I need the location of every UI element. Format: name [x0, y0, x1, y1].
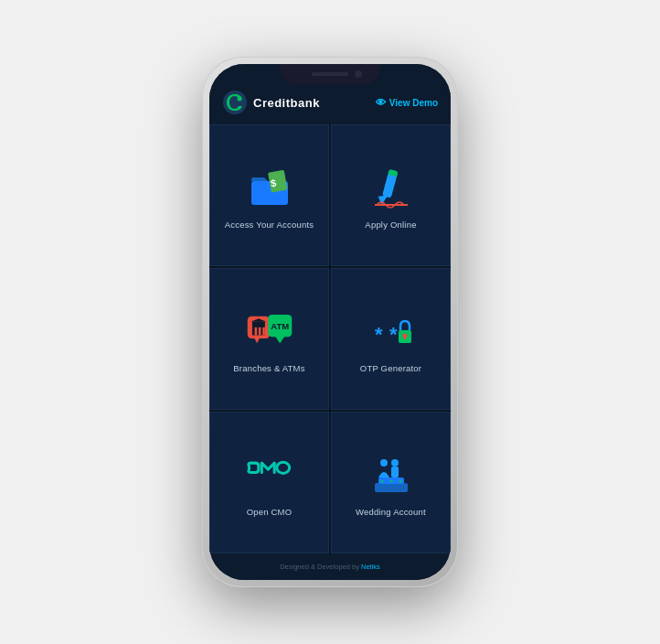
svg-text:ATM: ATM: [271, 321, 289, 331]
tile-branches-atms[interactable]: ATM Branches & ATMs: [209, 268, 329, 410]
notch-speaker: [312, 72, 348, 76]
logo-area: Creditbank: [222, 90, 320, 115]
svg-rect-14: [258, 327, 261, 336]
cmo-icon: [246, 452, 293, 499]
tile-otp-generator[interactable]: * * OTP Generator: [331, 268, 451, 410]
tile-label-accounts: Access Your Accounts: [225, 220, 314, 230]
svg-point-33: [399, 480, 401, 483]
svg-marker-19: [274, 335, 285, 343]
notch-camera: [355, 70, 362, 78]
svg-point-0: [223, 91, 247, 114]
svg-marker-16: [253, 337, 260, 343]
svg-point-28: [380, 459, 388, 467]
wedding-cake-icon: [367, 452, 415, 499]
svg-text:*: *: [375, 323, 383, 346]
atm-branch-icon: ATM: [246, 308, 293, 356]
tile-access-accounts[interactable]: $ Access Your Accounts: [209, 124, 329, 266]
otp-lock-icon: * *: [367, 308, 415, 356]
tile-label-branches: Branches & ATMs: [233, 363, 304, 373]
phone-frame: Creditbank 👁 View Demo $: [202, 57, 458, 587]
svg-rect-24: [404, 336, 406, 339]
footer-text: Designed & Developed by: [280, 563, 361, 571]
menu-grid: $ Access Your Accounts: [209, 124, 451, 553]
app-footer: Designed & Developed by Netiks: [209, 553, 451, 580]
svg-point-31: [380, 480, 383, 483]
svg-point-26: [391, 459, 399, 467]
pen-sign-icon: [367, 165, 415, 212]
logo-icon: [222, 90, 248, 115]
svg-text:*: *: [389, 323, 398, 346]
svg-point-32: [389, 480, 392, 483]
tile-open-cmo[interactable]: Open CMO: [209, 412, 329, 553]
logo-text: Creditbank: [253, 96, 320, 110]
folder-money-icon: $: [246, 165, 293, 212]
footer-link[interactable]: Netiks: [361, 563, 380, 571]
view-demo-label: View Demo: [389, 98, 438, 108]
svg-rect-13: [254, 327, 257, 336]
tile-apply-online[interactable]: Apply Online: [331, 124, 451, 266]
tile-wedding-account[interactable]: Wedding Account: [331, 412, 451, 553]
svg-point-1: [238, 97, 242, 102]
svg-rect-27: [391, 467, 399, 478]
tile-label-cmo: Open CMO: [247, 507, 293, 517]
phone-notch: [280, 64, 380, 84]
tile-label-wedding: Wedding Account: [356, 507, 426, 517]
svg-rect-11: [251, 322, 264, 325]
tile-label-apply: Apply Online: [365, 220, 416, 230]
svg-rect-29: [375, 483, 408, 492]
tile-label-otp: OTP Generator: [360, 363, 421, 373]
svg-point-25: [276, 462, 289, 473]
svg-rect-15: [262, 327, 265, 336]
view-demo-button[interactable]: 👁 View Demo: [376, 97, 438, 108]
eye-icon: 👁: [376, 97, 386, 108]
phone-screen: Creditbank 👁 View Demo $: [209, 64, 451, 580]
